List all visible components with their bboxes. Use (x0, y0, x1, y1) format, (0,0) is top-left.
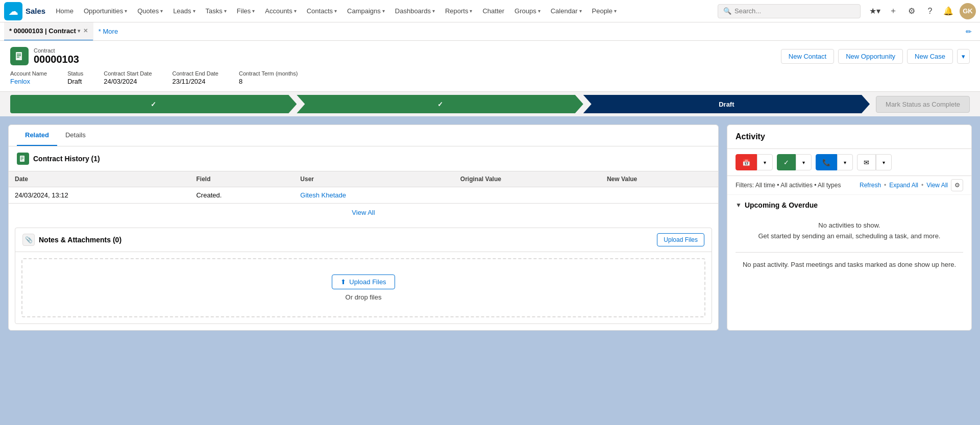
col-field: Field (190, 171, 294, 187)
main-content: Related Details Contract History (1) (0, 116, 980, 339)
task-icon: ✓ (783, 159, 789, 166)
mark-status-complete-button[interactable]: Mark Status as Complete (876, 96, 970, 113)
chevron-down-icon: ▾ (193, 8, 195, 14)
search-input[interactable] (734, 7, 855, 15)
nav-people[interactable]: People▾ (587, 0, 622, 22)
nav-files[interactable]: Files▾ (232, 0, 260, 22)
upcoming-toggle[interactable]: ▼ Upcoming & Overdue (736, 201, 963, 209)
app-name: Sales (26, 7, 45, 15)
contract-history-section: Contract History (1) Date Field User Ori… (9, 146, 718, 221)
tabs-more[interactable]: * More (93, 28, 123, 35)
nav-home[interactable]: Home (51, 0, 79, 22)
nav-opportunities[interactable]: Opportunities▾ (79, 0, 132, 22)
nav-calendar[interactable]: Calendar▾ (546, 0, 587, 22)
contract-history-title: Contract History (1) (33, 155, 100, 163)
new-event-button[interactable]: 📅 (736, 154, 757, 170)
nav-accounts[interactable]: Accounts▾ (260, 0, 301, 22)
chevron-down-icon: ▾ (294, 8, 297, 14)
help-icon[interactable]: ? (923, 4, 937, 18)
refresh-link[interactable]: Refresh (860, 182, 881, 189)
chevron-down-icon: ▾ (538, 8, 541, 14)
view-all-history[interactable]: View All (9, 204, 718, 221)
search-bar: 🔍 (718, 4, 861, 18)
tab-dropdown-icon[interactable]: ▾ (78, 28, 80, 34)
setup-icon[interactable]: ⚙ (904, 4, 919, 18)
tab-details[interactable]: Details (57, 125, 94, 146)
nav-campaigns[interactable]: Campaigns▾ (342, 0, 390, 22)
task-dropdown-button[interactable]: ▾ (796, 154, 812, 170)
notifications-icon[interactable]: 🔔 (941, 4, 955, 18)
chevron-down-icon: ▾ (224, 8, 227, 14)
nav-contacts[interactable]: Contacts▾ (302, 0, 342, 22)
tabs-bar: * 00000103 | Contract ▾ ✕ * More ✏ (0, 22, 980, 41)
view-all-link[interactable]: View All (926, 182, 948, 189)
edit-nav-icon[interactable]: ✏ (962, 28, 976, 36)
right-panel: Activity 📅 ▾ ✓ ▾ 📞 ▾ (727, 124, 972, 331)
row-date: 24/03/2024, 13:12 (9, 187, 190, 204)
add-icon[interactable]: ＋ (886, 4, 900, 18)
calendar-icon: 📅 (742, 159, 750, 166)
stage-3[interactable]: Draft (583, 95, 870, 113)
nav-chatter[interactable]: Chatter (477, 0, 509, 22)
activity-toolbar: 📅 ▾ ✓ ▾ 📞 ▾ ✉ (727, 149, 971, 176)
row-user-link[interactable]: Gitesh Khetade (294, 187, 454, 204)
chevron-down-icon: ▾ (579, 8, 582, 14)
chevron-down-icon: ▾ (614, 8, 617, 14)
chevron-down-icon: ▾ (160, 8, 163, 14)
table-row: 24/03/2024, 13:12 Created. Gitesh Khetad… (9, 187, 718, 204)
tab-related[interactable]: Related (17, 125, 57, 146)
nav-reports[interactable]: Reports▾ (440, 0, 478, 22)
stage-2-label: ✓ (437, 101, 443, 108)
new-task-button[interactable]: ✓ (777, 154, 796, 170)
new-case-button[interactable]: New Case (907, 49, 953, 64)
chevron-down-icon: ▾ (764, 160, 766, 165)
record-actions: New Contact New Opportunity New Case ▾ (781, 49, 970, 64)
nav-tasks[interactable]: Tasks▾ (201, 0, 232, 22)
progress-bar-area: ✓ ✓ Draft Mark Status as Complete (0, 92, 980, 116)
nav-leads[interactable]: Leads▾ (168, 0, 200, 22)
top-nav: ☁ Sales Home Opportunities▾ Quotes▾ Lead… (0, 0, 980, 22)
activity-settings-icon[interactable]: ⚙ (951, 179, 963, 191)
task-btn-group: ✓ ▾ (777, 154, 812, 170)
salesforce-logo[interactable]: ☁ (4, 2, 22, 20)
expand-all-link[interactable]: Expand All (889, 182, 918, 189)
contract-history-header: Contract History (1) (9, 146, 718, 171)
chevron-down-icon: ▾ (125, 8, 127, 14)
avatar[interactable]: GK (960, 3, 976, 19)
email-dropdown-button[interactable]: ▾ (876, 154, 892, 170)
tab-close-icon[interactable]: ✕ (83, 28, 88, 34)
nav-quotes[interactable]: Quotes▾ (132, 0, 168, 22)
upload-files-header-button[interactable]: Upload Files (657, 233, 704, 246)
stage-1[interactable]: ✓ (10, 95, 297, 113)
event-dropdown-button[interactable]: ▾ (757, 154, 773, 170)
upcoming-label: Upcoming & Overdue (745, 201, 818, 209)
drop-zone[interactable]: ⬆ Upload Files Or drop files (21, 258, 705, 317)
activity-title: Activity (736, 132, 765, 141)
progress-stages: ✓ ✓ Draft (10, 95, 870, 113)
nav-dashboards[interactable]: Dashboards▾ (390, 0, 440, 22)
new-contact-button[interactable]: New Contact (781, 49, 834, 64)
new-opportunity-button[interactable]: New Opportunity (838, 49, 903, 64)
actions-dropdown-button[interactable]: ▾ (957, 49, 970, 64)
nav-groups[interactable]: Groups▾ (509, 0, 546, 22)
no-past-activity-message: No past activity. Past meetings and task… (736, 252, 963, 277)
record-header: Contract 00000103 New Contact New Opport… (0, 41, 980, 92)
call-dropdown-button[interactable]: ▾ (837, 154, 853, 170)
stage-2[interactable]: ✓ (297, 95, 583, 113)
col-user: User (294, 171, 454, 187)
upload-files-main-button[interactable]: ⬆ Upload Files (332, 274, 395, 289)
stage-1-label: ✓ (151, 101, 156, 108)
search-icon: 🔍 (723, 7, 731, 15)
meta-status: Status Draft (67, 70, 83, 85)
new-call-button[interactable]: 📞 (816, 154, 837, 170)
meta-contract-term: Contract Term (months) 8 (239, 70, 298, 85)
email-btn-group: ✉ ▾ (857, 154, 892, 170)
notes-title-area: 📎 Notes & Attachments (0) (22, 234, 121, 246)
tab-contract[interactable]: * 00000103 | Contract ▾ ✕ (4, 22, 93, 41)
account-name-link[interactable]: Fenlox (10, 78, 47, 85)
favorites-icon[interactable]: ★▾ (868, 4, 882, 18)
stage-3-label: Draft (719, 101, 734, 108)
activity-header: Activity (727, 125, 971, 149)
new-email-button[interactable]: ✉ (857, 154, 876, 170)
meta-account-name: Account Name Fenlox (10, 70, 47, 85)
